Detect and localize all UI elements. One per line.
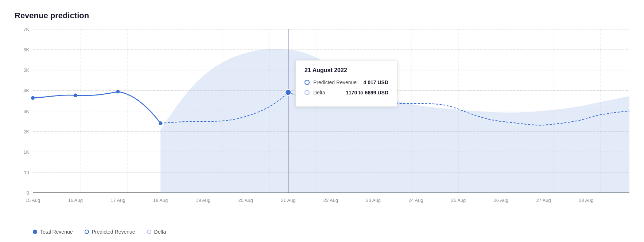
svg-text:24 Aug: 24 Aug bbox=[408, 198, 423, 203]
tooltip-delta-label: Delta bbox=[313, 90, 342, 95]
chart-inner: 7K 6K 5K 4K 3K 2K 1K 10 0 15 Aug 16 Aug … bbox=[33, 29, 629, 211]
svg-text:7K: 7K bbox=[23, 27, 29, 32]
delta-icon bbox=[304, 90, 310, 95]
legend-item-predicted-revenue: Predicted Revenue bbox=[85, 229, 135, 235]
data-point bbox=[31, 96, 35, 100]
svg-text:10: 10 bbox=[24, 170, 29, 175]
svg-text:25 Aug: 25 Aug bbox=[451, 198, 466, 203]
svg-text:3K: 3K bbox=[23, 108, 29, 114]
svg-text:0: 0 bbox=[27, 190, 29, 196]
svg-text:1K: 1K bbox=[23, 149, 29, 155]
svg-text:19 Aug: 19 Aug bbox=[196, 198, 210, 203]
chart-svg: 7K 6K 5K 4K 3K 2K 1K 10 0 15 Aug 16 Aug … bbox=[33, 29, 629, 211]
svg-text:21 Aug: 21 Aug bbox=[281, 198, 295, 203]
predicted-revenue-icon bbox=[304, 80, 310, 85]
svg-text:4K: 4K bbox=[23, 88, 29, 93]
tooltip-row-delta: Delta 1170 to 6699 USD bbox=[304, 90, 388, 95]
data-point bbox=[159, 121, 162, 125]
chart-area: 7K 6K 5K 4K 3K 2K 1K 10 0 15 Aug 16 Aug … bbox=[15, 29, 629, 235]
svg-text:17 Aug: 17 Aug bbox=[110, 198, 125, 203]
legend-label-delta: Delta bbox=[154, 229, 166, 235]
chart-container: Revenue prediction bbox=[0, 0, 644, 242]
legend-dot-delta bbox=[147, 230, 151, 234]
legend-label-predicted: Predicted Revenue bbox=[92, 229, 135, 235]
data-point bbox=[116, 90, 120, 93]
legend-item-delta: Delta bbox=[147, 229, 166, 235]
active-data-point bbox=[285, 89, 291, 95]
tooltip-delta-value: 1170 to 6699 USD bbox=[346, 90, 388, 95]
svg-text:16 Aug: 16 Aug bbox=[68, 198, 83, 203]
tooltip-row-predicted: Predicted Revenue 4 017 USD bbox=[304, 79, 388, 85]
tooltip-predicted-label: Predicted Revenue bbox=[313, 79, 360, 85]
chart-tooltip: 21 August 2022 Predicted Revenue 4 017 U… bbox=[295, 60, 397, 107]
svg-text:28 Aug: 28 Aug bbox=[579, 198, 593, 203]
svg-text:15 Aug: 15 Aug bbox=[26, 198, 40, 203]
svg-text:22 Aug: 22 Aug bbox=[323, 198, 338, 203]
tooltip-date: 21 August 2022 bbox=[304, 67, 388, 74]
svg-text:26 Aug: 26 Aug bbox=[494, 198, 508, 203]
chart-title: Revenue prediction bbox=[15, 11, 629, 20]
svg-text:6K: 6K bbox=[23, 47, 29, 52]
svg-text:20 Aug: 20 Aug bbox=[238, 198, 253, 203]
legend-dot-total bbox=[33, 230, 37, 234]
svg-text:18 Aug: 18 Aug bbox=[153, 198, 168, 203]
svg-text:2K: 2K bbox=[23, 129, 29, 134]
legend-dot-predicted bbox=[85, 230, 89, 234]
chart-legend: Total Revenue Predicted Revenue Delta bbox=[15, 229, 629, 235]
legend-item-total-revenue: Total Revenue bbox=[33, 229, 73, 235]
svg-text:5K: 5K bbox=[23, 67, 29, 73]
legend-label-total: Total Revenue bbox=[40, 229, 73, 235]
svg-text:27 Aug: 27 Aug bbox=[536, 198, 551, 203]
tooltip-predicted-value: 4 017 USD bbox=[364, 79, 388, 85]
data-point bbox=[74, 94, 77, 97]
svg-text:23 Aug: 23 Aug bbox=[366, 198, 381, 203]
